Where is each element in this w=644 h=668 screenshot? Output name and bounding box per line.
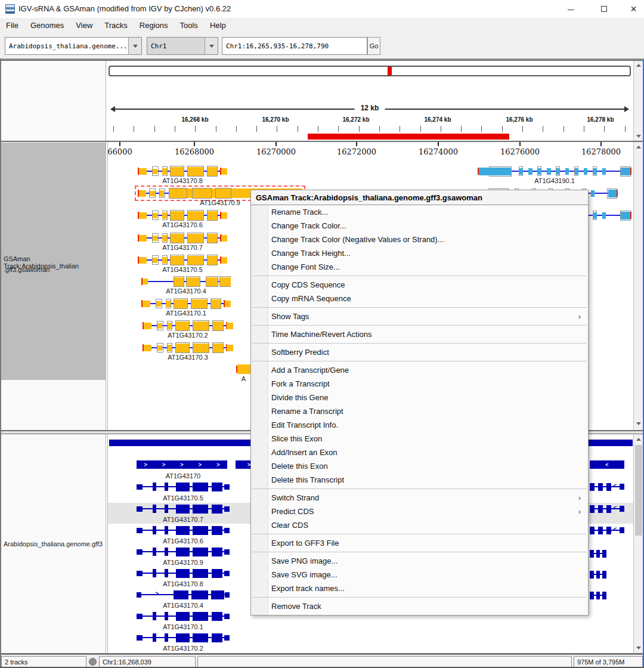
- context-menu-item-rename-a-transcript[interactable]: Rename a Transcript: [251, 404, 588, 418]
- close-button[interactable]: ×: [620, 0, 644, 18]
- exon: [168, 345, 172, 351]
- transcript-glyph-AT1G43170.1[interactable]: [137, 633, 230, 642]
- context-menu-item-change-track-height[interactable]: Change Track Height...: [251, 246, 588, 260]
- transcript-glyph-A[interactable]: [236, 364, 251, 375]
- context-menu-item-copy-cds-sequence[interactable]: Copy CDS Sequence: [251, 278, 588, 292]
- menubar-item-regions[interactable]: Regions: [134, 18, 174, 30]
- context-menu-item-rename-track[interactable]: Rename Track...: [251, 205, 588, 219]
- context-menu-item-change-font-size[interactable]: Change Font Size...: [251, 260, 588, 274]
- scroll-up-icon[interactable]: [636, 438, 641, 441]
- transcript-glyph-AT1G43170.1[interactable]: [141, 298, 231, 309]
- chromosome-ideogram[interactable]: [109, 66, 631, 76]
- minimize-button[interactable]: [558, 0, 584, 18]
- statusbar-message: [197, 656, 572, 667]
- transcript-glyph-AT1G43170.4[interactable]: [141, 276, 231, 287]
- transcript-glyph-unlabeled[interactable]: <: [590, 525, 624, 535]
- context-menu-item-show-tags[interactable]: Show Tags›: [251, 310, 588, 323]
- transcript-glyph-AT1G43170.7[interactable]: [137, 525, 230, 535]
- exon: [590, 483, 595, 491]
- context-menu-item-export-to-gff3-file[interactable]: Export to GFF3 File: [251, 536, 588, 550]
- context-menu-item-predict-cds[interactable]: Predict CDS›: [251, 505, 588, 518]
- context-menu-item-save-svg-image[interactable]: Save SVG image...: [251, 568, 588, 582]
- exon: [174, 277, 184, 286]
- transcript-glyph-unlabeled[interactable]: [590, 549, 606, 558]
- context-menu-item-delete-this-transcript[interactable]: Delete this Transcript: [251, 473, 588, 487]
- transcript-glyph-AT1G43190.1[interactable]: [478, 166, 631, 177]
- genome-scrollbar[interactable]: [633, 434, 643, 653]
- transcript-glyph-AT1G43170.5[interactable]: [138, 255, 227, 265]
- transcript-label: AT1G43170.1: [144, 310, 228, 317]
- menubar-item-file[interactable]: File: [0, 18, 24, 30]
- context-menu-item-add-a-transcript-gene[interactable]: Add a Transcript/Gene: [251, 363, 588, 377]
- context-menu-item-change-track-color[interactable]: Change Track Color...: [251, 219, 588, 233]
- context-menu-item-divide-this-gene[interactable]: Divide this Gene: [251, 391, 588, 404]
- context-menu-item-clear-cds[interactable]: Clear CDS: [251, 518, 588, 532]
- gene-extent-bar[interactable]: >>>>>: [137, 460, 227, 469]
- transcript-glyph-AT1G43170[interactable]: [137, 482, 230, 491]
- exon: [602, 168, 606, 175]
- region-of-interest-bar[interactable]: [308, 134, 509, 140]
- context-menu-item-slice-this-exon[interactable]: Slice this Exon: [251, 432, 588, 446]
- context-menu-item-fork-a-transcript[interactable]: Fork a Transcript: [251, 377, 588, 391]
- statusbar-memory[interactable]: 975M of 3,795M: [574, 656, 643, 667]
- context-menu-item-switch-strand[interactable]: Switch Strand›: [251, 491, 588, 505]
- exon: [174, 299, 187, 308]
- gsaman-scrollbar[interactable]: [633, 142, 643, 430]
- context-menu-item-time-machine-revert-actions[interactable]: Time Machine/Revert Actions: [251, 327, 588, 341]
- submenu-arrow-icon: ›: [578, 491, 581, 505]
- scroll-down-icon[interactable]: [636, 135, 641, 138]
- menubar-item-tools[interactable]: Tools: [174, 18, 204, 30]
- menubar-item-tracks[interactable]: Tracks: [98, 18, 134, 30]
- transcript-glyph-AT1G43170.8[interactable]: [138, 166, 227, 177]
- transcript-glyph-AT1G43170.8[interactable]: >: [137, 590, 230, 599]
- context-menu-item-save-png-image[interactable]: Save PNG image...: [251, 554, 588, 568]
- transcript-glyph-AT1G43170.3[interactable]: [143, 342, 233, 353]
- context-menu-item-change-track-color-negative-values-or-strand[interactable]: Change Track Color (Negative Values or S…: [251, 233, 588, 246]
- ruler-panel[interactable]: 12 kb 16,268 kb16,270 kb16,272 kb16,274 …: [107, 61, 633, 141]
- scroll-down-icon[interactable]: [636, 647, 641, 650]
- scrollbar-thumb[interactable]: [635, 445, 642, 536]
- transcript-glyph-AT1G43170.9[interactable]: [137, 568, 230, 578]
- transcript-glyph-AT1G43170.4[interactable]: [137, 611, 230, 621]
- gene-extent-bar[interactable]: <: [590, 460, 624, 469]
- menubar-item-help[interactable]: Help: [204, 18, 232, 30]
- context-menu-item-delete-this-exon[interactable]: Delete this Exon: [251, 459, 588, 473]
- chromosome-select[interactable]: Chr1: [147, 37, 218, 55]
- transcript-glyph-AT1G43170.6[interactable]: [138, 210, 227, 221]
- context-menu-item-export-track-names[interactable]: Export track names...: [251, 582, 588, 595]
- gsaman-track-name-box[interactable]: GSAman Track:Arabidopsis_thalian .gff3.g…: [0, 143, 106, 380]
- locus-input[interactable]: Chr1:16,265,935-16,278,790: [222, 37, 367, 55]
- menubar-item-genomes[interactable]: Genomes: [24, 18, 70, 30]
- go-button[interactable]: Go: [367, 37, 380, 55]
- genome-select[interactable]: Arabidopsis_thaliana.genome...: [5, 37, 142, 55]
- transcript-glyph-unlabeled[interactable]: <: [590, 482, 624, 491]
- menubar-item-view[interactable]: View: [70, 18, 98, 30]
- ruler-tick: [298, 126, 298, 132]
- scroll-up-icon[interactable]: [636, 146, 641, 149]
- chromosome-select-arrow-button[interactable]: [205, 38, 218, 54]
- context-menu-item-add-insert-an-exon[interactable]: Add/Insert an Exon: [251, 446, 588, 459]
- transcript-glyph-unlabeled[interactable]: [590, 570, 606, 579]
- coordinate-label: 16272000: [324, 147, 389, 156]
- genome-track-name[interactable]: Arabidopsis_thaliana.genome.gff3: [4, 540, 103, 548]
- transcript-glyph-AT1G43170.7[interactable]: [138, 233, 227, 243]
- exon: [221, 168, 228, 175]
- transcript-glyph-unlabeled[interactable]: [590, 590, 606, 600]
- context-menu-item-copy-mrna-sequence[interactable]: Copy mRNA Sequence: [251, 292, 588, 305]
- context-menu-item-edit-transcript-info[interactable]: Edit Transcript Info.: [251, 418, 588, 432]
- transcript-glyph-AT1G43170.2[interactable]: [143, 320, 233, 331]
- context-menu-item-remove-track[interactable]: Remove Track: [251, 599, 588, 613]
- ruler-scrollbar[interactable]: [633, 61, 643, 141]
- strand-arrow-icon: >: [199, 462, 202, 468]
- exon: [162, 235, 167, 242]
- scroll-up-icon[interactable]: [636, 64, 641, 67]
- ruler-tick: [359, 126, 360, 132]
- exon: [176, 548, 190, 556]
- context-menu-item-softberry-predict[interactable]: Softberry Predict: [251, 345, 588, 359]
- scroll-down-icon[interactable]: [636, 422, 641, 425]
- maximize-button[interactable]: [590, 0, 617, 18]
- genome-select-arrow-button[interactable]: [128, 38, 141, 54]
- transcript-glyph-AT1G43170.6[interactable]: [137, 547, 230, 556]
- transcript-glyph-AT1G43170.5[interactable]: [137, 504, 230, 514]
- transcript-glyph-unlabeled[interactable]: <: [590, 504, 624, 514]
